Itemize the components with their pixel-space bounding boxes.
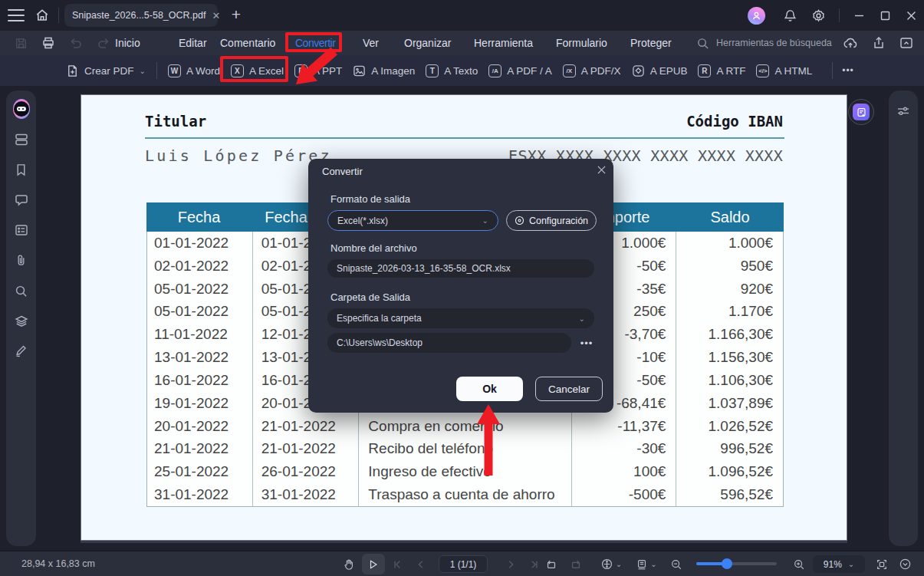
- dialog-close-icon[interactable]: [597, 166, 606, 174]
- home-icon[interactable]: [35, 8, 50, 23]
- redo-icon[interactable]: [95, 35, 112, 51]
- next-page-icon[interactable]: [502, 551, 519, 576]
- ai-assistant-icon[interactable]: [13, 100, 30, 117]
- status-bar: 28,94 x 16,83 cm 1 (1/1) ⌄ ⌄ 91% ⌄: [0, 551, 924, 576]
- menu-bar: InicioEditarComentarioConvertirVerOrgani…: [0, 31, 924, 55]
- hamburger-menu-icon[interactable]: [8, 9, 25, 21]
- more-tools-button[interactable]: •••: [842, 65, 854, 76]
- browse-button[interactable]: •••: [577, 333, 597, 353]
- document-tab[interactable]: Snipaste_2026...5-58_OCR.pdf ✕: [64, 4, 218, 27]
- attachments-icon[interactable]: [13, 252, 30, 269]
- tool-a-rtf[interactable]: RA RTF: [698, 64, 745, 77]
- properties-tune-icon[interactable]: [895, 103, 912, 120]
- prev-page-icon[interactable]: [413, 551, 429, 576]
- select-tool-icon[interactable]: [362, 554, 385, 574]
- table-cell: 1.156,30€: [676, 346, 783, 369]
- tool-a-pdf-a[interactable]: /AA PDF / A: [488, 64, 552, 77]
- menu-item-convertir[interactable]: Convertir: [295, 31, 335, 55]
- search-box[interactable]: Herramientas de búsqueda: [696, 31, 832, 55]
- menu-item-organizar[interactable]: Organizar: [404, 31, 451, 55]
- zoom-out-icon[interactable]: [667, 551, 686, 576]
- T-format-icon: T: [426, 64, 439, 77]
- folder-select[interactable]: Especifica la carpeta ⌄: [327, 308, 594, 328]
- zoom-level-select[interactable]: 91% ⌄: [813, 555, 865, 573]
- rotate-left-icon[interactable]: [542, 551, 561, 576]
- table-cell: 1.096,52€: [676, 460, 783, 483]
- tool-a-ppt[interactable]: PA PPT: [294, 64, 342, 77]
- titlebar-divider: [58, 8, 59, 23]
- thumbnails-icon[interactable]: [13, 131, 30, 148]
- first-page-icon[interactable]: [390, 551, 406, 576]
- format-select[interactable]: Excel(*.xlsx) ⌄: [327, 210, 498, 231]
- zoom-in-icon[interactable]: [790, 551, 808, 576]
- share-icon[interactable]: [872, 36, 886, 50]
- configuration-button[interactable]: Configuración: [506, 210, 597, 231]
- tool-a-imagen[interactable]: A Imagen: [353, 64, 415, 77]
- maximize-button[interactable]: [872, 0, 898, 31]
- page-search-icon[interactable]: [13, 282, 30, 299]
- bookmarks-icon[interactable]: [13, 161, 30, 178]
- print-icon[interactable]: [40, 35, 57, 51]
- comments-icon[interactable]: [13, 192, 30, 209]
- create-pdf-button[interactable]: Crear PDF ⌄: [66, 64, 146, 77]
- path-input[interactable]: C:\Users\ws\Desktop: [327, 333, 571, 353]
- menu-item-comentario[interactable]: Comentario: [220, 31, 275, 55]
- tool-a-pdf-x[interactable]: /XA PDF/X: [563, 64, 621, 77]
- cancel-button[interactable]: Cancelar: [535, 377, 603, 401]
- notifications-bell-icon[interactable]: [783, 8, 797, 23]
- filename-input[interactable]: Snipaste_2026-03-13_16-35-58_OCR.xlsx: [327, 259, 594, 278]
- minimize-button[interactable]: [846, 0, 872, 31]
- menu-item-inicio[interactable]: Inicio: [115, 31, 140, 55]
- menu-item-herramienta[interactable]: Herramienta: [474, 31, 533, 55]
- signature-icon[interactable]: [13, 343, 30, 360]
- table-cell: -11,37€: [571, 415, 676, 438]
- table-cell: 21-01-2022: [252, 415, 359, 438]
- new-tab-button[interactable]: +: [228, 7, 245, 24]
- rotate-right-icon[interactable]: [567, 551, 585, 576]
- form-fields-icon[interactable]: [13, 222, 30, 239]
- menu-item-editar[interactable]: Editar: [179, 31, 207, 55]
- dialog-title: Convertir: [322, 166, 363, 177]
- tool-a-texto[interactable]: TA Texto: [426, 64, 478, 77]
- table-cell: 20-01-2022: [147, 415, 252, 438]
- tool-a-word[interactable]: WA Word: [168, 64, 220, 77]
- menu-item-ver[interactable]: Ver: [363, 31, 379, 55]
- save-icon[interactable]: [12, 35, 29, 51]
- close-button[interactable]: [898, 0, 924, 31]
- table-header-cell: Fecha: [146, 202, 252, 232]
- page-indicator[interactable]: 1 (1/1): [439, 555, 488, 573]
- tool-a-excel[interactable]: XA Excel: [231, 64, 284, 77]
- table-cell: Traspaso a cuenta de ahorro: [358, 483, 571, 506]
- P-format-icon: P: [294, 64, 307, 77]
- layers-icon[interactable]: [13, 313, 30, 330]
- ok-button[interactable]: Ok: [456, 377, 523, 401]
- tool-a-html[interactable]: </>A HTML: [756, 64, 812, 77]
- table-cell: 996,52€: [676, 437, 783, 460]
- create-pdf-icon: [66, 64, 79, 77]
- menu-item-formulario[interactable]: Formulario: [556, 31, 607, 55]
- undo-icon[interactable]: [67, 35, 84, 51]
- zoom-slider-thumb[interactable]: [722, 558, 732, 569]
- menu-item-proteger[interactable]: Proteger: [630, 31, 672, 55]
- table-cell: 1.170€: [676, 300, 783, 323]
- read-mode-button[interactable]: ⌄: [632, 551, 661, 576]
- table-cell: 05-01-2022: [147, 278, 252, 301]
- table-cell: 1.037,89€: [676, 392, 783, 415]
- pan-mode-button[interactable]: ⌄: [597, 551, 626, 576]
- settings-gear-icon[interactable]: [811, 8, 826, 23]
- floating-note-button[interactable]: [848, 99, 874, 125]
- table-cell: -500€: [571, 483, 676, 506]
- avatar[interactable]: [748, 7, 765, 25]
- panel-toggle-icon[interactable]: [899, 36, 913, 50]
- fit-screen-icon[interactable]: [873, 551, 891, 576]
- table-cell: 1.166,30€: [676, 323, 783, 346]
- cloud-upload-icon[interactable]: [843, 35, 858, 51]
- collapse-bar-icon[interactable]: [896, 551, 914, 576]
- last-page-icon[interactable]: [525, 551, 542, 576]
- hand-tool-icon[interactable]: [340, 551, 357, 576]
- tool-a-epub[interactable]: A EPUB: [632, 64, 688, 77]
- table-cell: 920€: [676, 278, 783, 301]
- format-chevron-icon: ⌄: [482, 216, 488, 225]
- tab-close-icon[interactable]: ✕: [212, 10, 220, 21]
- search-placeholder: Herramientas de búsqueda: [716, 38, 832, 48]
